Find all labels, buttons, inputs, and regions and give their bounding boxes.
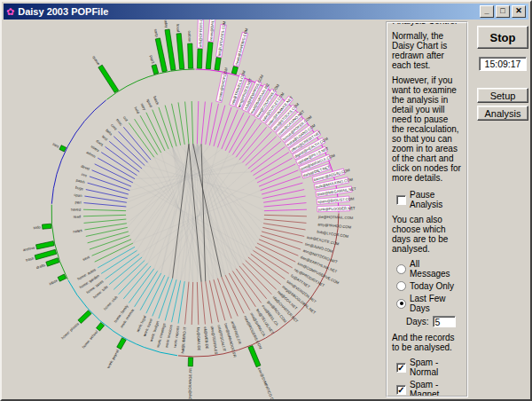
chart-node[interactable]: sent <box>82 240 131 262</box>
svg-text:hal@LIBERO.IT: hal@LIBERO.IT <box>180 326 187 354</box>
chart-node[interactable]: eli@WEB.DE <box>201 282 209 350</box>
node-bar <box>165 29 176 70</box>
radio-icon[interactable] <box>396 264 406 274</box>
setup-button[interactable]: Setup <box>477 88 528 103</box>
info-paragraph-3: You can also choose which days are to be… <box>392 215 462 254</box>
node-bar <box>176 34 184 69</box>
node-label: out <box>122 115 129 122</box>
chart-node[interactable]: outbox <box>187 30 192 144</box>
chart-node[interactable]: queue <box>91 55 157 155</box>
node-label: batch <box>153 96 160 106</box>
clock-display: 15:09:17 <box>479 57 527 71</box>
radio-all-messages[interactable]: All Messages <box>396 259 462 279</box>
title-bar[interactable]: ✿ Daisy 2003 POPFile _ □ ✕ <box>4 4 528 20</box>
node-bar <box>197 49 202 68</box>
radio-icon[interactable] <box>396 281 406 291</box>
node-label: spool <box>145 98 153 108</box>
node-bar <box>78 311 91 324</box>
chart-node[interactable]: junk@FLOODER.NET <box>264 205 356 212</box>
node-label: hold <box>133 106 141 115</box>
svg-text:home: club: home: club <box>103 295 119 311</box>
svg-text:guy@ORANGE.FR: guy@ORANGE.FR <box>187 368 192 400</box>
chart-node[interactable]: users <box>90 144 137 175</box>
node-label: local <box>176 24 181 32</box>
daisy-chart[interactable]: ads@OFFERS.COMnews@DAILY.NETlist@UPDATES… <box>4 20 387 401</box>
chart-node[interactable]: notes <box>73 224 127 234</box>
chart-node[interactable]: smtp <box>153 28 181 145</box>
days-input[interactable]: 5 <box>433 316 456 327</box>
radio-icon[interactable] <box>396 299 406 309</box>
chart-node[interactable]: guy@ORANGE.FR <box>187 282 192 400</box>
node-label: work: invoices <box>164 325 173 349</box>
chart-node[interactable]: perl <box>74 200 126 207</box>
chart-node[interactable]: local <box>176 24 189 144</box>
pause-analysis-label: Pause Analysis <box>410 190 462 209</box>
svg-text:cvs: cvs <box>81 172 88 178</box>
chart-node[interactable]: cpan <box>74 193 127 202</box>
chart-node[interactable]: beta <box>105 128 145 165</box>
node-label: drafts <box>35 263 46 270</box>
svg-text:home: school: home: school <box>81 329 98 349</box>
node-label: ads@OFFERS.COM <box>197 20 203 48</box>
svg-text:home: photos: home: photos <box>60 321 80 340</box>
checkbox-icon[interactable] <box>396 385 406 395</box>
radio-today-only[interactable]: Today Only <box>396 281 462 291</box>
chart-node[interactable]: out <box>122 115 154 157</box>
chart-node[interactable]: joe@HOTMAIL.COM <box>264 215 354 220</box>
chart-node[interactable]: cat@TISCALI.IT <box>209 280 227 352</box>
chart-node[interactable]: home: photos <box>60 260 145 340</box>
node-label: saved <box>71 207 82 211</box>
chart-node[interactable]: saved <box>71 207 126 211</box>
chart-node[interactable]: hold <box>133 106 160 153</box>
group-arc-personal <box>178 213 339 357</box>
maximize-button[interactable]: □ <box>496 5 510 18</box>
group-arc-folders <box>51 205 67 279</box>
node-label: retry <box>140 102 148 112</box>
checkbox-icon[interactable] <box>396 195 406 205</box>
close-button[interactable]: ✕ <box>512 5 526 18</box>
node-label: test <box>101 134 109 142</box>
svg-text:lists: lists <box>52 142 60 149</box>
chart-node[interactable]: read <box>74 214 126 218</box>
node-label: notes <box>73 228 82 233</box>
chart-node[interactable]: core <box>110 122 147 162</box>
node-label: sent <box>82 255 91 262</box>
node-bar <box>117 338 126 350</box>
svg-text:retry: retry <box>140 102 148 112</box>
chart-node[interactable]: home: taxes <box>85 254 139 295</box>
node-label: archive <box>22 245 35 252</box>
app-window: ✿ Daisy 2003 POPFile _ □ ✕ ads@OFFERS.CO… <box>0 0 532 401</box>
node-label: todo <box>33 224 41 230</box>
node-bar <box>36 241 55 249</box>
app-icon: ✿ <box>6 7 14 17</box>
node-bar <box>155 38 167 72</box>
checkbox-spam-normal[interactable]: Spam - Normal <box>396 358 462 377</box>
radio-all-messages-label: All Messages <box>410 259 462 279</box>
chart-node[interactable]: spam@BIGLIST.COM <box>264 195 355 206</box>
chart-node[interactable]: fay@GMX.DE <box>196 282 201 351</box>
chart-node[interactable]: admin <box>85 150 135 179</box>
checkbox-icon[interactable] <box>396 363 406 373</box>
svg-text:batch: batch <box>153 96 160 106</box>
daisy-chart-svg[interactable]: ads@OFFERS.COMnews@DAILY.NETlist@UPDATES… <box>4 20 387 401</box>
node-bar <box>35 249 57 259</box>
chart-node[interactable]: retry <box>140 102 165 150</box>
chart-node[interactable]: docs <box>95 138 139 171</box>
node-label: joe@HOTMAIL.COM <box>317 215 354 220</box>
pause-analysis-checkbox[interactable]: Pause Analysis <box>396 190 462 209</box>
radio-last-few-days[interactable]: Last Few Days <box>396 294 462 313</box>
svg-text:joe@HOTMAIL.COM: joe@HOTMAIL.COM <box>317 215 354 220</box>
stop-button[interactable]: Stop <box>477 26 528 49</box>
chart-node[interactable]: promo@SHOP.COM <box>209 67 229 145</box>
minimize-button[interactable]: _ <box>480 5 494 18</box>
node-label: eli@WEB.DE <box>203 326 209 350</box>
chart-node[interactable]: cvs <box>81 172 129 191</box>
checkbox-spam-magnet[interactable]: Spam - Magnet <box>396 380 462 397</box>
node-bar <box>231 67 238 75</box>
info-paragraph-2: However, if you want to examine the anal… <box>392 75 462 183</box>
node-label: bugs <box>74 185 83 192</box>
node-bar <box>188 358 192 366</box>
chart-node[interactable]: misc <box>115 118 151 160</box>
analysis-button[interactable]: Analysis <box>477 106 528 121</box>
chart-node[interactable]: hal@LIBERO.IT <box>180 282 189 354</box>
